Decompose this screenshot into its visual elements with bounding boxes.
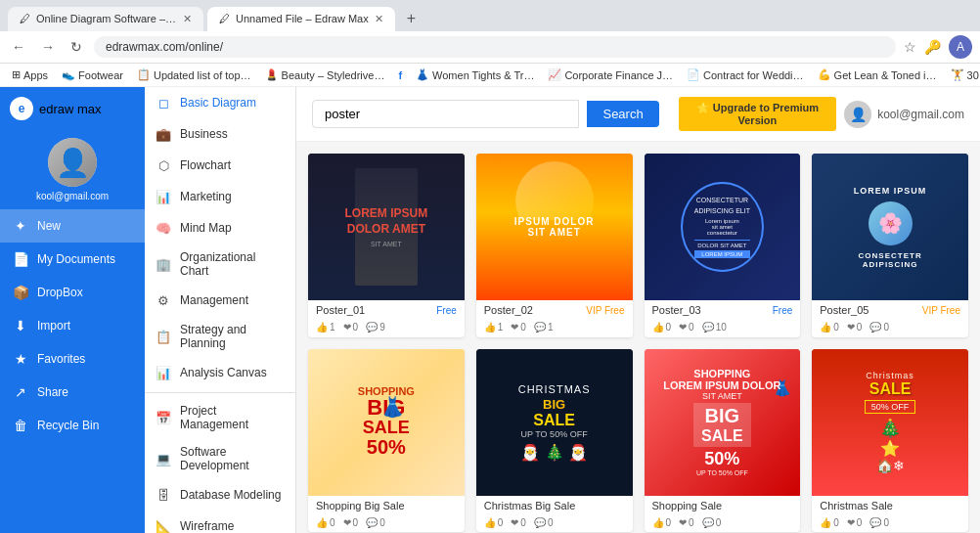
apps-bookmark[interactable]: ⊞ Apps [8, 67, 52, 83]
tab-2[interactable]: 🖊 Unnamed File – Edraw Max ✕ [207, 7, 395, 31]
software-dev-icon: 💻 [155, 450, 172, 467]
new-tab-button[interactable]: + [399, 6, 423, 31]
poster01-thumb: LOREM IPSUMDOLOR AMET SIT AMET [308, 154, 465, 300]
menu-item-project-management[interactable]: 📅 Project Management [145, 397, 295, 438]
address-bar[interactable] [94, 36, 896, 58]
lean-bookmark[interactable]: 💪 Get Lean & Toned i… [814, 67, 941, 83]
fitness-bookmark[interactable]: 🏋 30 Day Fitness Chal… [947, 67, 980, 83]
basic-diagram-icon: ◻ [155, 94, 172, 111]
shop1-hearts: ❤0 [343, 517, 359, 528]
tab-bar: 🖊 Online Diagram Software – Edr… ✕ 🖊 Unn… [0, 0, 980, 31]
footwear-bookmark[interactable]: 👟 Footwear [58, 67, 127, 83]
shop1-thumb: SHOPPING BIG SALE 50% 👗 [308, 349, 465, 496]
template-card-poster02[interactable]: IPSUM DOLOR SIT AMET Poster_02 VIP Free … [476, 154, 633, 337]
xmas2-hearts: ❤0 [847, 517, 863, 528]
documents-icon: 📄 [12, 250, 29, 268]
xmas2-info: Christmas Sale [812, 496, 968, 515]
contract-bookmark[interactable]: 📄 Contract for Weddi… [683, 67, 808, 83]
xmas2-comments: 💬0 [869, 517, 889, 528]
sidebar-item-dropbox[interactable]: 📦 DropBox [0, 276, 145, 309]
poster03-comments: 💬10 [702, 322, 727, 333]
management-icon: ⚙ [155, 291, 172, 309]
menu-item-database-modeling[interactable]: 🗄 Database Modeling [145, 479, 295, 511]
sidebar-item-import[interactable]: ⬇ Import [0, 309, 145, 342]
xmas2-thumb: Christmas SALE 50% OFF 🎄 ⭐ 🏠❄ [812, 349, 968, 496]
xmas-name: Christmas Big Sale [484, 500, 576, 511]
poster02-name: Poster_02 [484, 304, 533, 316]
menu-divider [145, 392, 295, 393]
sidebar: e edraw max 👤 kool@gmail.com ✦ New 📄 My … [0, 87, 145, 533]
corp-finance-bookmark[interactable]: 📈 Corporate Finance J… [544, 67, 677, 83]
sidebar-item-new[interactable]: ✦ New [0, 209, 145, 243]
menu-item-basic-diagram[interactable]: ◻ Basic Diagram [145, 87, 295, 118]
mind-map-label: Mind Map [180, 221, 232, 235]
back-button[interactable]: ← [8, 35, 29, 59]
sidebar-item-share[interactable]: ↗ Share [0, 376, 145, 409]
poster03-thumb: CONSECTETURADIPISCING ELIT Lorem ipsumsi… [645, 154, 801, 300]
menu-item-management[interactable]: ⚙ Management [145, 285, 295, 316]
menu-item-software-development[interactable]: 💻 Software Development [145, 438, 295, 479]
search-input[interactable] [312, 100, 579, 128]
poster01-likes: 👍1 [316, 322, 335, 333]
sidebar-item-recycle-bin[interactable]: 🗑 Recycle Bin [0, 409, 145, 442]
search-bar: Search ⭐ Upgrade to Premium Version 👤 ko… [296, 87, 980, 142]
xmas-thumb: CHRISTMAS BIG SALE UP TO 50% OFF 🎅 🎄 🎅 [476, 349, 633, 496]
poster03-likes: 👍0 [652, 322, 672, 333]
template-card-xmas[interactable]: CHRISTMAS BIG SALE UP TO 50% OFF 🎅 🎄 🎅 C… [476, 349, 633, 533]
sidebar-item-my-documents[interactable]: 📄 My Documents [0, 243, 145, 276]
browser-chrome: 🖊 Online Diagram Software – Edr… ✕ 🖊 Unn… [0, 0, 980, 87]
management-label: Management [180, 293, 248, 307]
poster05-comments: 💬0 [869, 322, 889, 333]
shop2-info: Shopping Sale [645, 496, 801, 515]
template-card-poster05[interactable]: LOREM IPSUM 🌸 CONSECTETR ADIPISCING Post… [812, 154, 968, 337]
template-card-xmas2[interactable]: Christmas SALE 50% OFF 🎄 ⭐ 🏠❄ Christmas … [812, 349, 968, 533]
tab-1[interactable]: 🖊 Online Diagram Software – Edr… ✕ [8, 7, 203, 31]
poster03-hearts: ❤0 [679, 322, 694, 333]
xmas2-stats: 👍0 ❤0 💬0 [812, 515, 968, 532]
template-card-shop1[interactable]: SHOPPING BIG SALE 50% 👗 Shopping Big Sal… [308, 349, 465, 533]
fb-bookmark[interactable]: f [394, 67, 406, 83]
menu-item-wireframe[interactable]: 📐 Wireframe [145, 511, 295, 533]
sidebar-avatar-section: 👤 kool@gmail.com [0, 130, 145, 209]
logo-text: edraw max [39, 102, 102, 116]
user-menu[interactable]: 👤 kool@gmail.com [844, 101, 964, 128]
flowchart-label: Flowchart [180, 158, 231, 172]
sidebar-item-favorites[interactable]: ★ Favorites [0, 342, 145, 376]
menu-item-flowchart[interactable]: ⬡ Flowchart [145, 150, 295, 181]
menu-item-mind-map[interactable]: 🧠 Mind Map [145, 212, 295, 244]
shop2-likes: 👍0 [652, 517, 672, 528]
tab-2-close[interactable]: ✕ [375, 13, 383, 25]
tab-1-close[interactable]: ✕ [183, 13, 192, 25]
poster02-stats: 👍1 ❤0 💬1 [476, 320, 633, 336]
poster01-comments: 💬9 [366, 322, 385, 333]
poster05-likes: 👍0 [820, 322, 839, 333]
menu-item-analysis-canvas[interactable]: 📊 Analysis Canvas [145, 357, 295, 388]
menu-item-business[interactable]: 💼 Business [145, 118, 295, 150]
template-card-shop2[interactable]: SHOPPING LOREM IPSUM DOLOR SIT AMET BIG … [645, 349, 801, 533]
menu-item-marketing[interactable]: 📊 Marketing [145, 181, 295, 212]
premium-upgrade-button[interactable]: ⭐ Upgrade to Premium Version [679, 97, 836, 131]
strategy-label: Strategy and Planning [180, 323, 286, 350]
template-card-poster01[interactable]: LOREM IPSUMDOLOR AMET SIT AMET Poster_01… [308, 154, 465, 337]
xmas2-name: Christmas Sale [820, 500, 893, 511]
menu-item-org-chart[interactable]: 🏢 Organizational Chart [145, 244, 295, 285]
star-icon[interactable]: ☆ [904, 39, 916, 55]
avatar[interactable]: 👤 [48, 138, 97, 187]
user-avatar-icon: 👤 [844, 101, 871, 128]
sidebar-share-label: Share [37, 385, 68, 399]
refresh-button[interactable]: ↻ [67, 35, 86, 59]
top-list-bookmark[interactable]: 📋 Updated list of top… [133, 67, 255, 83]
strategy-icon: 📋 [155, 328, 172, 345]
profile-icon[interactable]: A [949, 35, 972, 59]
poster05-thumb: LOREM IPSUM 🌸 CONSECTETR ADIPISCING [812, 154, 968, 300]
poster02-likes: 👍1 [484, 322, 504, 333]
forward-button[interactable]: → [37, 35, 59, 59]
women-bookmark[interactable]: 👗 Women Tights & Tr… [412, 67, 538, 83]
template-card-poster03[interactable]: CONSECTETURADIPISCING ELIT Lorem ipsumsi… [645, 154, 801, 337]
beauty-bookmark[interactable]: 💄 Beauty – Styledrive… [261, 67, 389, 83]
tab-1-favicon: 🖊 [20, 13, 30, 24]
search-button[interactable]: Search [587, 101, 658, 127]
xmas-hearts: ❤0 [511, 517, 526, 528]
poster01-stats: 👍1 ❤0 💬9 [308, 320, 465, 336]
menu-item-strategy-planning[interactable]: 📋 Strategy and Planning [145, 316, 295, 357]
